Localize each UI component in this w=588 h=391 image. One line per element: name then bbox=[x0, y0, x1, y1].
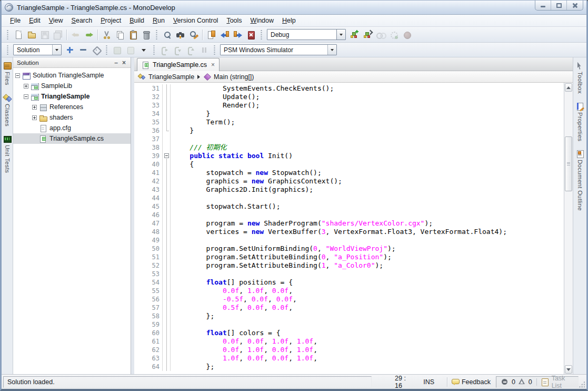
find-replace-button[interactable] bbox=[187, 28, 200, 41]
toolbar-grip-handle[interactable] bbox=[6, 30, 9, 40]
pad-selector-combo[interactable]: Solution bbox=[13, 44, 62, 55]
menu-file[interactable]: File bbox=[6, 16, 25, 25]
bookmark-new-button[interactable] bbox=[205, 28, 218, 41]
line-number: 45 bbox=[149, 202, 163, 211]
feedback-button[interactable]: Feedback bbox=[462, 378, 491, 386]
fold-collapse-icon[interactable] bbox=[163, 152, 171, 160]
tree-item-trianglesample[interactable]: TriangleSample bbox=[13, 91, 131, 102]
close-button[interactable] bbox=[567, 1, 583, 10]
tab-trianglesample-cs[interactable]: TriangleSample.cs × bbox=[137, 58, 220, 71]
status-separator bbox=[447, 377, 447, 387]
scroll-down-button[interactable] bbox=[565, 365, 572, 374]
device-combo[interactable]: PSM Windows Simulator bbox=[220, 44, 337, 55]
stop-button bbox=[400, 28, 413, 41]
code-line-61: 61 0.0f, 0.0f, 1.0f, 1.0f, bbox=[134, 337, 564, 346]
dock-tab-properties[interactable]: Properties bbox=[576, 102, 584, 141]
redo-button[interactable] bbox=[82, 28, 95, 41]
tree-item-trianglesample-cs[interactable]: TriangleSample.cs bbox=[13, 133, 131, 144]
dropdown-button[interactable] bbox=[137, 44, 150, 56]
dock-tab-label: Toolbox bbox=[577, 72, 583, 94]
new-file-button[interactable] bbox=[12, 28, 25, 41]
find-in-files-icon bbox=[176, 30, 185, 40]
menu-search[interactable]: Search bbox=[67, 16, 97, 25]
bookmark-prev-button[interactable] bbox=[218, 28, 231, 41]
configuration-combo-dropdown-icon[interactable] bbox=[336, 30, 345, 40]
tree-item-samplelib[interactable]: SampleLib bbox=[13, 81, 131, 91]
fold-margin bbox=[163, 126, 171, 135]
line-number: 58 bbox=[149, 312, 163, 320]
search-button[interactable] bbox=[161, 28, 174, 41]
toolbar-grip-handle[interactable] bbox=[105, 45, 108, 55]
toolbar-grip-handle[interactable] bbox=[155, 30, 158, 40]
dock-tab-document-outline[interactable]: Document Outline bbox=[576, 150, 584, 211]
scroll-up-button[interactable] bbox=[565, 83, 572, 92]
configuration-combo[interactable]: Debug bbox=[267, 29, 346, 40]
device-combo-dropdown-icon[interactable] bbox=[327, 45, 336, 55]
paste-button[interactable] bbox=[126, 28, 139, 41]
task-list-button[interactable]: Task List bbox=[552, 375, 573, 389]
breadcrumb-member[interactable]: Main (string[]) bbox=[214, 73, 254, 81]
tree-item-references[interactable]: References bbox=[13, 102, 131, 112]
build-button[interactable] bbox=[347, 28, 361, 41]
tree-item-solution-trianglesample[interactable]: Solution TriangleSample bbox=[13, 70, 131, 81]
dock-tab-toolbox[interactable]: Toolbox bbox=[576, 62, 584, 94]
breadcrumb-class[interactable]: TriangleSample bbox=[148, 73, 194, 81]
toolbar-grip-handle[interactable] bbox=[6, 45, 9, 55]
minimize-button[interactable] bbox=[535, 1, 551, 10]
dock-tab-files[interactable]: Files bbox=[3, 62, 12, 85]
expander-plus-icon[interactable] bbox=[32, 115, 37, 120]
bookmark-next-button[interactable] bbox=[231, 28, 244, 41]
expander-plus-icon[interactable] bbox=[32, 105, 37, 110]
error-warning-panel[interactable]: 0 0 Task List bbox=[496, 376, 579, 388]
add-button[interactable] bbox=[63, 44, 76, 56]
expander-minus-icon[interactable] bbox=[24, 94, 28, 99]
tree-item-shaders[interactable]: shaders bbox=[13, 112, 131, 123]
rebuild-button[interactable] bbox=[361, 28, 374, 41]
delete-button[interactable] bbox=[139, 28, 153, 41]
toolbar-grip-handle[interactable] bbox=[153, 45, 155, 55]
fold-margin bbox=[163, 143, 171, 152]
copy-button[interactable] bbox=[113, 28, 126, 41]
scrollbar-thumb[interactable] bbox=[565, 136, 572, 191]
menu-project[interactable]: Project bbox=[96, 16, 125, 25]
maximize-button[interactable] bbox=[551, 1, 567, 10]
code-editor[interactable]: 31 SystemEvents.CheckEvents();32 Update(… bbox=[134, 83, 573, 374]
title-bar[interactable]: TriangleSample - TriangleSample.cs - Mon… bbox=[2, 1, 586, 15]
cut-icon bbox=[102, 30, 112, 40]
scrollbar-track[interactable] bbox=[565, 92, 572, 365]
remove-button[interactable] bbox=[76, 44, 89, 56]
pad-selector-combo-dropdown-icon[interactable] bbox=[52, 45, 61, 55]
menu-build[interactable]: Build bbox=[125, 16, 148, 25]
menu-window[interactable]: Window bbox=[246, 16, 278, 25]
pad-close-button[interactable]: × bbox=[120, 59, 128, 66]
toolbar-grip-handle[interactable] bbox=[260, 30, 263, 40]
code-text: 0.0f, 1.0f, 0.0f, bbox=[171, 287, 293, 295]
code-line-43: 43 Graphics2D.Init(graphics); bbox=[134, 185, 564, 194]
menu-view[interactable]: View bbox=[45, 16, 67, 25]
tab-close-icon[interactable]: × bbox=[211, 61, 215, 69]
code-line-33: 33 Render(); bbox=[134, 101, 564, 110]
menu-tools[interactable]: Tools bbox=[222, 16, 246, 25]
dock-tab-classes[interactable]: Classes bbox=[3, 94, 12, 126]
menu-version-control[interactable]: Version Control bbox=[169, 16, 222, 25]
save-all-icon bbox=[53, 30, 63, 40]
menu-run[interactable]: Run bbox=[148, 16, 169, 25]
menu-edit[interactable]: Edit bbox=[25, 16, 45, 25]
code-lines[interactable]: 31 SystemEvents.CheckEvents();32 Update(… bbox=[134, 83, 564, 374]
editor-scrollbar[interactable] bbox=[564, 83, 573, 374]
dock-tab-unit-tests[interactable]: Unit Tests bbox=[3, 135, 12, 173]
bookmark-clear-button[interactable] bbox=[244, 28, 257, 41]
tree-item-app-cfg[interactable]: app.cfg bbox=[13, 123, 131, 133]
target-button[interactable] bbox=[89, 44, 103, 56]
pad-minimize-button[interactable]: – bbox=[112, 59, 120, 66]
resize-grip[interactable] bbox=[579, 381, 585, 388]
toolbar-grip-handle[interactable] bbox=[213, 45, 216, 55]
toolbox-icon bbox=[576, 62, 584, 70]
open-file-button[interactable] bbox=[25, 28, 38, 41]
find-in-files-button[interactable] bbox=[174, 28, 187, 41]
expander-plus-icon[interactable] bbox=[24, 84, 28, 89]
menu-help[interactable]: Help bbox=[278, 16, 300, 25]
expander-minus-icon[interactable] bbox=[15, 73, 20, 78]
cut-button[interactable] bbox=[100, 28, 113, 41]
toolbar-separator bbox=[66, 30, 67, 40]
